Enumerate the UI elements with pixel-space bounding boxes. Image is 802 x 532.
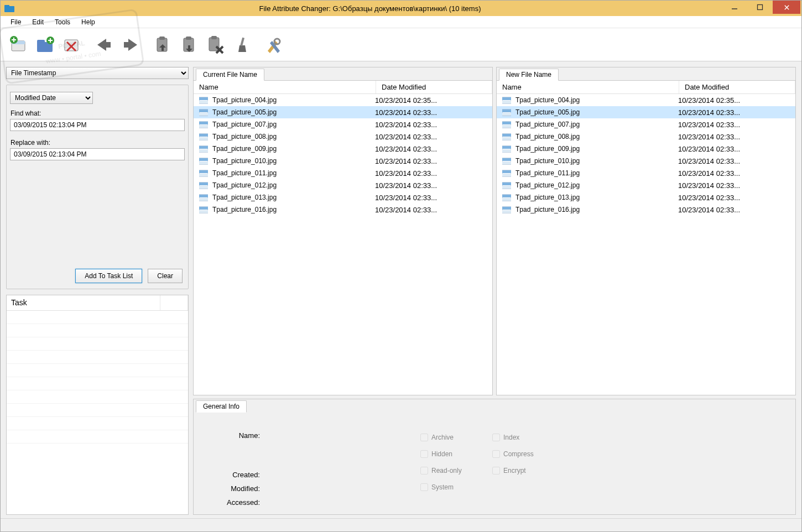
tools-button[interactable] xyxy=(262,33,287,57)
replace-label: Replace with: xyxy=(11,139,185,147)
remove-button[interactable] xyxy=(59,33,85,57)
new-tab[interactable]: New File Name xyxy=(499,69,559,81)
menu-edit[interactable]: Edit xyxy=(27,17,49,27)
svg-rect-27 xyxy=(211,36,217,39)
general-info-tab[interactable]: General Info xyxy=(196,400,247,413)
maximize-button[interactable] xyxy=(747,1,773,14)
col-name-current[interactable]: Name xyxy=(194,81,376,93)
file-row[interactable]: Tpad_picture_013.jpg10/23/2014 02:33... xyxy=(497,191,795,204)
svg-rect-4 xyxy=(4,5,9,7)
svg-rect-34 xyxy=(199,101,208,103)
chk-index[interactable]: Index xyxy=(492,429,564,446)
image-file-icon xyxy=(502,145,511,153)
file-date: 10/23/2014 02:33... xyxy=(373,194,489,202)
file-row[interactable]: Tpad_picture_012.jpg10/23/2014 02:33... xyxy=(497,179,795,191)
svg-rect-76 xyxy=(502,149,511,152)
minimize-button[interactable] xyxy=(722,1,747,14)
svg-rect-57 xyxy=(199,195,208,197)
add-file-button[interactable] xyxy=(6,33,32,57)
file-row[interactable]: Tpad_picture_007.jpg10/23/2014 02:33... xyxy=(194,118,492,131)
file-date: 10/23/2014 02:33... xyxy=(676,169,792,178)
image-file-icon xyxy=(199,169,208,177)
file-row[interactable]: Tpad_picture_011.jpg10/23/2014 02:33... xyxy=(497,167,795,179)
svg-rect-91 xyxy=(502,210,511,213)
image-file-icon xyxy=(199,181,208,189)
file-name: Tpad_picture_016.jpg xyxy=(212,206,277,213)
clipboard-delete-button[interactable] xyxy=(203,33,228,57)
current-tab[interactable]: Current File Name xyxy=(196,69,264,81)
svg-rect-48 xyxy=(199,158,208,161)
file-row[interactable]: Tpad_picture_012.jpg10/23/2014 02:33... xyxy=(194,179,492,191)
file-row[interactable]: Tpad_picture_005.jpg10/23/2014 02:33... xyxy=(194,106,492,118)
menu-help[interactable]: Help xyxy=(76,17,101,27)
file-name: Tpad_picture_005.jpg xyxy=(515,108,580,116)
replace-input[interactable] xyxy=(10,148,185,160)
file-row[interactable]: Tpad_picture_007.jpg10/23/2014 02:33... xyxy=(497,118,795,131)
file-row[interactable]: Tpad_picture_008.jpg10/23/2014 02:33... xyxy=(497,131,795,143)
forward-button[interactable] xyxy=(118,33,143,57)
svg-rect-79 xyxy=(502,161,511,164)
svg-rect-39 xyxy=(199,122,208,124)
file-date: 10/23/2014 02:33... xyxy=(676,181,792,190)
close-button[interactable] xyxy=(773,1,800,14)
task-header-label[interactable]: Task xyxy=(7,295,160,310)
find-input[interactable] xyxy=(10,119,185,131)
chk-archive[interactable]: Archive xyxy=(420,429,492,446)
svg-rect-85 xyxy=(502,186,511,189)
chk-compress[interactable]: Compress xyxy=(492,446,564,462)
svg-rect-45 xyxy=(199,146,208,149)
find-label: Find what: xyxy=(11,109,185,117)
svg-rect-73 xyxy=(502,137,511,140)
file-name: Tpad_picture_007.jpg xyxy=(212,121,277,128)
svg-rect-72 xyxy=(502,134,511,137)
chk-encrypt[interactable]: Encrypt xyxy=(492,462,564,479)
file-name: Tpad_picture_004.jpg xyxy=(515,96,580,104)
chk-hidden[interactable]: Hidden xyxy=(420,446,492,462)
svg-rect-81 xyxy=(502,170,511,173)
file-row[interactable]: Tpad_picture_005.jpg10/23/2014 02:33... xyxy=(497,106,795,118)
add-to-task-button[interactable]: Add To Task List xyxy=(75,269,142,283)
svg-rect-67 xyxy=(502,113,511,116)
clear-button[interactable]: Clear xyxy=(148,269,183,283)
file-row[interactable]: Tpad_picture_008.jpg10/23/2014 02:33... xyxy=(194,131,492,143)
toolbar xyxy=(1,28,801,61)
file-row[interactable]: Tpad_picture_010.jpg10/23/2014 02:33... xyxy=(497,155,795,167)
file-row[interactable]: Tpad_picture_010.jpg10/23/2014 02:33... xyxy=(194,155,492,167)
menu-tools[interactable]: Tools xyxy=(49,17,76,27)
mode-select[interactable]: File Timestamp xyxy=(6,67,189,79)
svg-rect-25 xyxy=(186,36,191,40)
file-date: 10/23/2014 02:33... xyxy=(373,145,489,153)
svg-rect-58 xyxy=(199,198,208,201)
general-info-panel: General Info Name: Created: Modified: Ac… xyxy=(193,399,796,515)
col-date-new[interactable]: Date Modified xyxy=(679,81,795,93)
file-date: 10/23/2014 02:33... xyxy=(373,108,489,117)
file-row[interactable]: Tpad_picture_016.jpg10/23/2014 02:33... xyxy=(497,204,795,216)
col-date-current[interactable]: Date Modified xyxy=(376,81,492,93)
file-date: 10/23/2014 02:33... xyxy=(373,157,489,165)
file-row[interactable]: Tpad_picture_004.jpg10/23/2014 02:35... xyxy=(194,94,492,106)
file-row[interactable]: Tpad_picture_013.jpg10/23/2014 02:33... xyxy=(194,191,492,204)
file-name: Tpad_picture_008.jpg xyxy=(212,133,277,140)
file-row[interactable]: Tpad_picture_011.jpg10/23/2014 02:33... xyxy=(194,167,492,179)
clipboard-down-button[interactable] xyxy=(176,33,202,57)
add-folder-button[interactable] xyxy=(33,33,58,57)
back-button[interactable] xyxy=(91,33,117,57)
file-row[interactable]: Tpad_picture_016.jpg10/23/2014 02:33... xyxy=(194,204,492,216)
current-col-headers: Name Date Modified xyxy=(194,81,492,94)
clean-button[interactable] xyxy=(230,33,255,57)
menu-file[interactable]: File xyxy=(5,17,27,27)
date-type-select[interactable]: Modified Date xyxy=(10,92,93,104)
chk-readonly[interactable]: Read-only xyxy=(420,462,492,479)
svg-rect-49 xyxy=(199,161,208,164)
titlebar: File Attribute Changer: G:\Образцы докум… xyxy=(1,1,801,16)
image-file-icon xyxy=(199,108,208,116)
file-row[interactable]: Tpad_picture_009.jpg10/23/2014 02:33... xyxy=(497,143,795,155)
file-row[interactable]: Tpad_picture_009.jpg10/23/2014 02:33... xyxy=(194,143,492,155)
svg-rect-36 xyxy=(199,109,208,112)
file-row[interactable]: Tpad_picture_004.jpg10/23/2014 02:35... xyxy=(497,94,795,106)
chk-system[interactable]: System xyxy=(420,479,492,496)
file-name: Tpad_picture_009.jpg xyxy=(515,145,580,153)
file-date: 10/23/2014 02:35... xyxy=(676,96,792,105)
col-name-new[interactable]: Name xyxy=(497,81,679,93)
clipboard-up-button[interactable] xyxy=(150,33,175,57)
